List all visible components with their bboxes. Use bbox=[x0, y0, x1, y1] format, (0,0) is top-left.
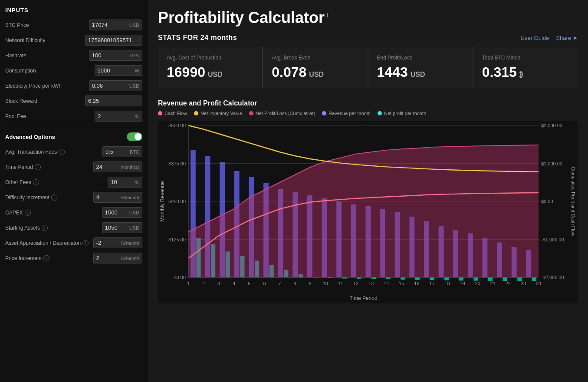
time-period-info-icon[interactable]: i bbox=[35, 164, 41, 170]
pool-fee-input[interactable] bbox=[95, 111, 134, 121]
block-reward-input-wrapper bbox=[85, 96, 142, 106]
other-fees-row: Other Fees i % bbox=[5, 177, 142, 188]
capex-info-icon[interactable]: i bbox=[25, 210, 31, 216]
hashrate-row: Hashrate TH/s bbox=[5, 50, 142, 61]
net-inventory-dot bbox=[194, 111, 198, 115]
capex-label: CAPEX i bbox=[5, 210, 102, 216]
electricity-unit: USD bbox=[128, 82, 142, 90]
avg-break-even-card: Avg. Break Even 0.078 USD bbox=[263, 47, 367, 88]
price-increment-row: Price Increment i %/month bbox=[5, 253, 142, 263]
avg-tx-fees-input[interactable] bbox=[103, 147, 129, 157]
title-info-icon: ℹ bbox=[326, 13, 328, 19]
btc-price-row: BTC Price USD bbox=[5, 20, 142, 30]
asset-appreciation-unit: %/month bbox=[120, 239, 142, 247]
other-fees-info-icon[interactable]: i bbox=[33, 179, 39, 185]
pool-fee-input-wrapper: % bbox=[95, 111, 142, 122]
pool-fee-label: Pool Fee bbox=[5, 113, 95, 119]
total-btc-value: 0.315 ₿ bbox=[482, 64, 569, 80]
network-difficulty-input-wrapper bbox=[85, 35, 142, 46]
electricity-label: Electricity Price per kWh bbox=[5, 83, 89, 89]
block-reward-label: Block Reward bbox=[5, 98, 85, 104]
stats-cards: Avg. Cost of Production 16990 USD Avg. B… bbox=[158, 47, 578, 88]
network-difficulty-input[interactable] bbox=[85, 35, 142, 45]
block-reward-input[interactable] bbox=[85, 96, 142, 106]
avg-break-even-value: 0.078 USD bbox=[272, 64, 358, 80]
difficulty-increment-row: Difficulty Increment i %/month bbox=[5, 192, 142, 203]
advanced-options-header: Advanced Options bbox=[5, 132, 142, 141]
avg-cost-unit: USD bbox=[208, 71, 223, 79]
btc-price-input[interactable] bbox=[89, 20, 128, 30]
avg-break-even-label: Avg. Break Even bbox=[272, 55, 358, 61]
hashrate-input[interactable] bbox=[89, 50, 128, 60]
pool-fee-unit: % bbox=[134, 112, 142, 121]
time-period-input[interactable] bbox=[94, 162, 120, 172]
starting-assets-unit: USD bbox=[128, 224, 142, 232]
stats-period: STATS FOR 24 months bbox=[158, 34, 237, 42]
sidebar: INPUTS BTC Price USD Network Difficulty … bbox=[0, 0, 148, 382]
avg-tx-fees-info-icon[interactable]: i bbox=[59, 149, 65, 155]
other-fees-input[interactable] bbox=[108, 177, 134, 187]
chart-container: Revenue and Profit Calculator Cash Flow … bbox=[158, 95, 578, 308]
legend-revenue-per-month: Revenue per month bbox=[322, 111, 371, 116]
capex-input-wrapper: USD bbox=[102, 207, 142, 218]
difficulty-increment-info-icon[interactable]: i bbox=[51, 194, 57, 201]
hashrate-input-wrapper: TH/s bbox=[89, 50, 142, 61]
sidebar-title: INPUTS bbox=[5, 7, 142, 13]
total-btc-label: Total BTC Mined bbox=[482, 55, 569, 61]
end-profit-card: End Profit/Loss 1443 USD bbox=[368, 47, 473, 88]
consumption-unit: W bbox=[134, 66, 142, 75]
legend-net-inventory: Net Inventory Value bbox=[194, 111, 242, 116]
capex-input[interactable] bbox=[102, 207, 128, 217]
asset-appreciation-info-icon[interactable]: i bbox=[82, 240, 89, 246]
price-increment-input[interactable] bbox=[94, 253, 120, 263]
difficulty-increment-input[interactable] bbox=[94, 192, 120, 202]
network-difficulty-row: Network Difficulty bbox=[5, 35, 142, 46]
btc-price-unit: USD bbox=[128, 21, 142, 30]
total-btc-unit: ₿ bbox=[519, 71, 523, 79]
hashrate-label: Hashrate bbox=[5, 53, 89, 59]
consumption-input-wrapper: W bbox=[95, 65, 142, 76]
other-fees-input-wrapper: % bbox=[108, 177, 142, 188]
user-guide-link[interactable]: User Guide bbox=[521, 35, 549, 41]
consumption-row: Consumption W bbox=[5, 65, 142, 76]
starting-assets-input[interactable] bbox=[102, 223, 128, 233]
consumption-label: Consumption bbox=[5, 68, 95, 74]
asset-appreciation-input[interactable] bbox=[94, 238, 120, 248]
end-profit-unit: USD bbox=[411, 71, 425, 79]
time-period-row: Time Period i month(s) bbox=[5, 161, 142, 172]
legend-cashflow: Cash Flow bbox=[158, 111, 187, 116]
difficulty-increment-input-wrapper: %/month bbox=[93, 192, 142, 203]
avg-tx-fees-unit: BTC bbox=[129, 148, 142, 156]
revenue-per-month-dot bbox=[322, 111, 326, 115]
page-title: Profitability Calculatorℹ bbox=[158, 9, 578, 27]
header-links: User Guide Share ➤ bbox=[521, 35, 578, 41]
starting-assets-info-icon[interactable]: i bbox=[42, 225, 48, 231]
net-profit-per-month-dot bbox=[378, 111, 382, 115]
advanced-options-toggle[interactable] bbox=[127, 132, 142, 141]
price-increment-unit: %/month bbox=[120, 254, 142, 263]
electricity-input[interactable] bbox=[89, 81, 128, 91]
chart-canvas-wrap bbox=[158, 121, 578, 303]
end-profit-label: End Profit/Loss bbox=[377, 55, 464, 61]
time-period-label: Time Period i bbox=[5, 164, 93, 170]
avg-cost-value: 16990 USD bbox=[167, 64, 253, 80]
network-difficulty-label: Network Difficulty bbox=[5, 37, 85, 43]
other-fees-unit: % bbox=[134, 178, 142, 187]
chart-title: Revenue and Profit Calculator bbox=[158, 99, 578, 107]
other-fees-label: Other Fees i bbox=[5, 179, 108, 185]
profit-chart-canvas bbox=[158, 121, 578, 303]
asset-appreciation-input-wrapper: %/month bbox=[93, 237, 142, 248]
difficulty-increment-label: Difficulty Increment i bbox=[5, 194, 93, 201]
starting-assets-label: Starting Assets i bbox=[5, 225, 102, 231]
net-profit-cumulative-dot bbox=[249, 111, 253, 115]
avg-tx-fees-row: Avg. Transaction Fees i BTC bbox=[5, 146, 142, 157]
legend-net-profit-cumulative: Net Profit/Loss (Cumulative) bbox=[249, 111, 315, 116]
consumption-input[interactable] bbox=[95, 66, 134, 76]
advanced-options-label: Advanced Options bbox=[5, 134, 55, 140]
end-profit-value: 1443 USD bbox=[377, 64, 464, 80]
share-link[interactable]: Share ➤ bbox=[556, 35, 578, 41]
price-increment-info-icon[interactable]: i bbox=[43, 255, 49, 261]
avg-break-even-unit: USD bbox=[309, 71, 324, 79]
hashrate-unit: TH/s bbox=[128, 51, 142, 60]
cashflow-dot bbox=[158, 111, 162, 115]
